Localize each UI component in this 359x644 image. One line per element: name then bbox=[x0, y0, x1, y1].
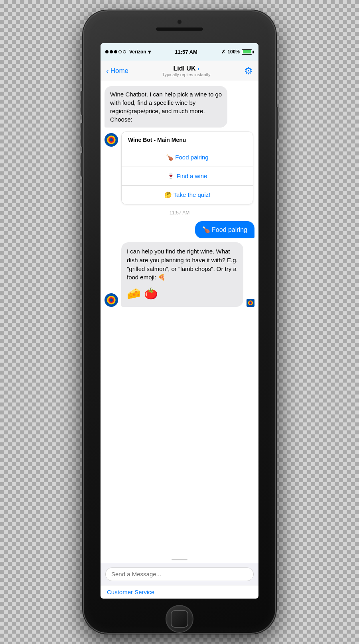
find-wine-label: Find a wine bbox=[177, 173, 207, 179]
menu-header: Wine Bot - Main Menu bbox=[122, 132, 253, 148]
battery-body bbox=[242, 49, 252, 55]
reply-text: I can help you find the right wine. What… bbox=[127, 248, 238, 281]
battery-tip bbox=[252, 51, 254, 53]
signal-dot-2 bbox=[110, 50, 113, 53]
find-wine-emoji: 🍷 bbox=[167, 173, 176, 179]
menu-item-quiz[interactable]: 🤔 Take the quiz! bbox=[122, 186, 253, 204]
nav-subtitle: Typically replies instantly bbox=[162, 72, 210, 77]
battery-icon bbox=[242, 49, 254, 55]
food-pairing-emoji: 🍗 bbox=[166, 154, 175, 161]
menu-card-row: Wine Bot - Main Menu 🍗 Food pairing 🍷 Fi… bbox=[105, 132, 254, 204]
bluetooth-icon: ✗ bbox=[221, 49, 225, 55]
intro-message: Wine Chatbot. I can help pick a wine to … bbox=[105, 86, 227, 128]
sent-message: 🍗 Food pairing bbox=[195, 221, 254, 238]
screen: Verizon ▾ 11:57 AM ✗ 100% ‹ Home bbox=[101, 43, 258, 599]
message-input[interactable] bbox=[105, 567, 254, 581]
reply-message: I can help you find the right wine. What… bbox=[121, 242, 243, 307]
svg-point-7 bbox=[110, 298, 113, 302]
customer-service-link[interactable]: Customer Service bbox=[101, 585, 258, 599]
carrier-label: Verizon bbox=[129, 49, 146, 55]
battery-fill bbox=[243, 50, 251, 53]
menu-card: Wine Bot - Main Menu 🍗 Food pairing 🍷 Fi… bbox=[121, 132, 253, 204]
tomato-emoji: 🍅 bbox=[144, 286, 158, 302]
nav-bar: ‹ Home Lidl UK › Typically replies insta… bbox=[101, 61, 258, 81]
bot-avatar-2 bbox=[105, 293, 118, 307]
back-label: Home bbox=[110, 67, 128, 75]
status-bar: Verizon ▾ 11:57 AM ✗ 100% bbox=[101, 43, 258, 61]
svg-point-3 bbox=[110, 138, 113, 141]
food-emoji-row: 🧀 🍅 bbox=[127, 286, 238, 302]
signal-dot-1 bbox=[105, 50, 108, 53]
nav-title: Lidl UK › bbox=[162, 65, 210, 72]
svg-point-11 bbox=[250, 302, 251, 303]
quiz-label: Take the quiz! bbox=[174, 191, 211, 198]
timestamp: 11:57 AM bbox=[105, 210, 254, 216]
status-right: ✗ 100% bbox=[221, 49, 254, 55]
phone-device: Verizon ▾ 11:57 AM ✗ 100% ‹ Home bbox=[84, 11, 275, 633]
signal-dot-3 bbox=[114, 50, 117, 53]
signal-dot-4 bbox=[118, 50, 122, 53]
drag-handle bbox=[172, 559, 187, 560]
bot-avatar bbox=[105, 133, 118, 147]
lidl-small-logo bbox=[247, 299, 254, 307]
signal-dot-5 bbox=[123, 50, 126, 53]
status-left: Verizon ▾ bbox=[105, 49, 151, 55]
battery-percent: 100% bbox=[227, 49, 240, 55]
home-button[interactable] bbox=[166, 605, 193, 633]
back-arrow-icon: ‹ bbox=[106, 67, 109, 75]
home-button-inner bbox=[171, 610, 188, 628]
quiz-emoji: 🤔 bbox=[164, 191, 174, 198]
reply-row: I can help you find the right wine. What… bbox=[105, 242, 254, 307]
camera bbox=[177, 19, 182, 25]
message-input-area bbox=[101, 563, 258, 585]
menu-item-food-pairing[interactable]: 🍗 Food pairing bbox=[122, 148, 253, 167]
back-button[interactable]: ‹ Home bbox=[106, 67, 128, 75]
nav-title-arrow-icon: › bbox=[197, 65, 199, 72]
menu-item-find-wine[interactable]: 🍷 Find a wine bbox=[122, 167, 253, 186]
status-time: 11:57 AM bbox=[175, 49, 197, 55]
settings-button[interactable]: ⚙ bbox=[244, 65, 253, 77]
phone-top bbox=[101, 19, 258, 31]
cheese-emoji: 🧀 bbox=[127, 286, 141, 302]
chat-area: Wine Chatbot. I can help pick a wine to … bbox=[101, 81, 258, 557]
signal-dots bbox=[105, 50, 126, 53]
nav-center: Lidl UK › Typically replies instantly bbox=[162, 65, 210, 77]
wifi-icon: ▾ bbox=[148, 49, 151, 55]
food-pairing-label: Food pairing bbox=[175, 154, 208, 161]
speaker bbox=[156, 27, 203, 31]
